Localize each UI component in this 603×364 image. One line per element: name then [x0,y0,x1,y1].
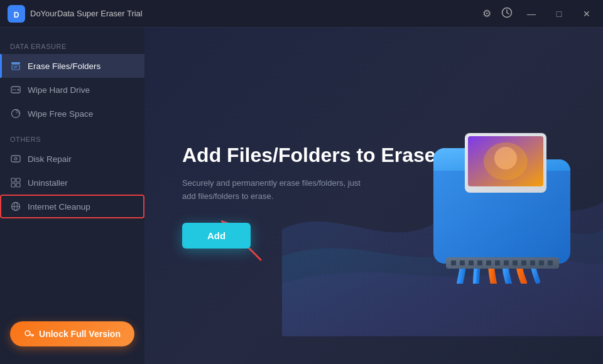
internet-cleanup-icon [10,201,21,212]
app-body: Data Erasure Erase Files/Folders [0,28,603,364]
svg-rect-35 [504,260,509,265]
sidebar-item-disk-repair[interactable]: Disk Repair [0,147,144,171]
sidebar-item-wipe-hard-drive[interactable]: Wipe Hard Drive [0,78,144,102]
key-icon [24,329,34,339]
svg-rect-13 [11,178,15,182]
titlebar: D DoYourData Super Eraser Trial ⚙ — □ ✕ [0,0,603,28]
svg-rect-33 [486,260,491,265]
svg-rect-38 [530,260,535,265]
main-description: Securely and permanently erase files/fol… [182,177,371,203]
svg-rect-32 [477,260,482,265]
svg-rect-36 [513,260,518,265]
sidebar-item-disk-repair-label: Disk Repair [28,154,72,164]
app-logo: D [8,5,25,23]
svg-point-27 [494,147,517,169]
section-others-label: Others [0,136,144,147]
app-title: DoYourData Super Eraser Trial [30,9,143,18]
unlock-full-version-button[interactable]: Unlock Full Version [10,321,134,346]
minimize-button[interactable]: — [523,5,540,23]
history-icon [501,7,513,21]
titlebar-controls: ⚙ — □ ✕ [482,5,595,23]
sidebar-item-internet-cleanup-label: Internet Cleanup [28,202,90,211]
svg-rect-15 [11,183,15,187]
close-button[interactable]: ✕ [578,5,595,23]
svg-text:D: D [14,11,19,19]
shredder-illustration [383,108,584,284]
section-data-erasure-label: Data Erasure [0,43,144,54]
sidebar: Data Erasure Erase Files/Folders [0,28,144,364]
titlebar-left: D DoYourData Super Eraser Trial [8,5,143,23]
uninstaller-icon [10,177,21,188]
svg-rect-34 [495,260,500,265]
svg-rect-40 [548,260,553,265]
wipe-free-space-icon [10,108,21,119]
sidebar-nav: Data Erasure Erase Files/Folders [0,38,144,314]
disk-repair-icon [10,153,21,164]
svg-rect-11 [11,156,20,162]
sidebar-item-internet-cleanup[interactable]: Internet Cleanup [0,195,144,218]
sidebar-item-uninstaller[interactable]: Uninstaller [0,171,144,195]
svg-rect-39 [539,260,544,265]
settings-icon[interactable]: ⚙ [482,8,491,19]
svg-rect-29 [451,260,456,265]
erase-files-icon [10,60,21,72]
add-button[interactable]: Add [182,223,251,249]
svg-rect-4 [12,65,19,70]
sidebar-item-wipe-free-space[interactable]: Wipe Free Space [0,102,144,126]
sidebar-item-wipe-free-space-label: Wipe Free Space [28,109,93,119]
svg-rect-14 [16,178,20,182]
svg-rect-31 [469,260,474,265]
sidebar-item-wipe-hard-drive-label: Wipe Hard Drive [28,85,90,95]
main-content: Add Files/Folders to Erase Securely and … [144,28,603,364]
unlock-label: Unlock Full Version [39,329,121,339]
maximize-button[interactable]: □ [550,5,568,23]
svg-rect-16 [16,183,20,187]
svg-rect-37 [521,260,526,265]
svg-rect-30 [460,260,465,265]
svg-point-12 [14,158,17,160]
sidebar-item-erase-files[interactable]: Erase Files/Folders [0,54,144,78]
sidebar-item-erase-files-label: Erase Files/Folders [28,62,100,71]
svg-rect-3 [11,62,20,64]
wipe-hard-drive-icon [10,84,21,95]
sidebar-item-uninstaller-label: Uninstaller [28,178,68,188]
svg-point-8 [18,89,19,91]
